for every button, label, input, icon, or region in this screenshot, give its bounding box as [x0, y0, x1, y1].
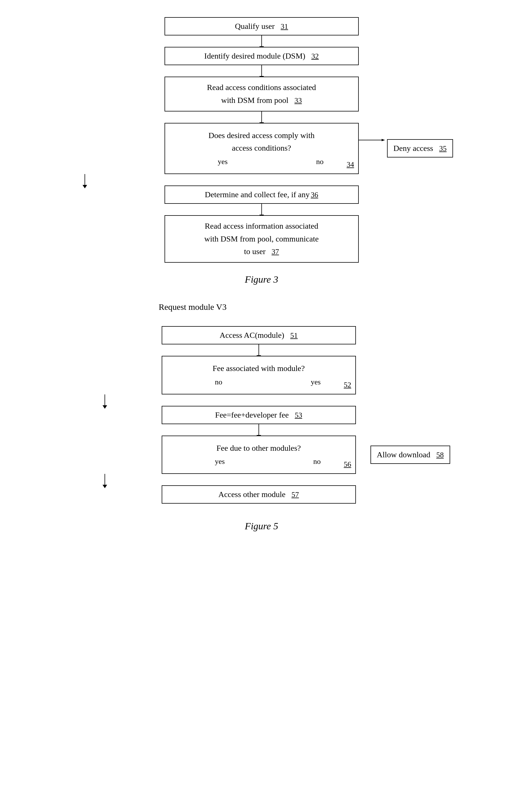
figure5-wrapper: Request module V3 Access AC(module) 51 F… [90, 302, 433, 549]
box-36-text: Determine and collect fee, if any [205, 190, 310, 199]
box-32-ref: 32 [311, 52, 319, 60]
box-58-ref: 58 [436, 451, 444, 459]
decision-34-container: Does desired access comply withaccess co… [164, 123, 359, 174]
box-31-ref: 31 [281, 22, 288, 31]
box-37-text: Read access information associatedwith D… [204, 222, 319, 256]
arrow-51-52 [258, 345, 259, 356]
yn-no-56: no [313, 456, 321, 467]
box-58-text: Allow download [377, 450, 430, 459]
box-34-text: Does desired access comply withaccess co… [209, 131, 315, 153]
box-57-text: Access other module [218, 490, 286, 499]
box-58: Allow download 58 [371, 446, 450, 464]
box-57-ref: 57 [291, 491, 299, 499]
box-36-ref: 36 [311, 191, 318, 199]
box-36: Determine and collect fee, if any36 [164, 186, 359, 204]
box-34: Does desired access comply withaccess co… [164, 123, 359, 174]
box-51: Access AC(module) 51 [162, 326, 356, 345]
loop-arrow-container [145, 326, 146, 481]
box-56: Fee due to other modules? yes no 56 [162, 436, 356, 474]
yn-row-34: yes no [174, 156, 368, 168]
figure3-label: Figure 3 [245, 274, 278, 285]
box-53-ref: 53 [295, 411, 302, 419]
arrow-52-53 [105, 394, 105, 406]
box-35-ref: 35 [439, 144, 447, 153]
fig5-main-col: Access AC(module) 51 Fee associated with… [162, 326, 356, 504]
box-51-text: Access AC(module) [220, 331, 284, 339]
arrow-33-34 [262, 111, 262, 123]
box-32-text: Identify desired module (DSM) [204, 51, 305, 60]
figure5-label: Figure 5 [245, 521, 278, 532]
box-52-text: Fee associated with module? [213, 364, 305, 373]
figure3-wrapper: Qualify user 31 Identify desired module … [105, 17, 419, 302]
box-37: Read access information associatedwith D… [164, 215, 359, 263]
box-34-ref: 34 [347, 159, 354, 171]
svg-marker-1 [382, 139, 385, 141]
box-53-text: Fee=fee+developer fee [215, 410, 289, 419]
arrow-56-57 [105, 474, 105, 485]
box-31-text: Qualify user [235, 22, 274, 31]
box-52-ref: 52 [344, 379, 351, 391]
yn-row-52: no yes [171, 376, 365, 388]
box-37-ref: 37 [272, 248, 279, 256]
arrow-53-56 [258, 424, 259, 436]
yn-yes-34: yes [218, 156, 228, 168]
box-56-text: Fee due to other modules? [217, 444, 301, 453]
yn-yes-52: yes [311, 376, 321, 388]
main-container: Qualify user 31 Identify desired module … [12, 17, 511, 549]
yn-yes-56: yes [215, 456, 225, 467]
arrow-36-37 [262, 204, 262, 215]
arrow-31-32 [262, 35, 262, 47]
box-35-text: Deny access [393, 144, 433, 153]
yn-no-34: no [316, 156, 324, 168]
box-32: Identify desired module (DSM) 32 [164, 47, 359, 65]
yn-no-52: no [215, 376, 222, 388]
fig5-header: Request module V3 [159, 302, 227, 312]
box-51-ref: 51 [290, 331, 297, 339]
yn-row-56: yes no [171, 456, 365, 467]
box-35: Deny access 35 [387, 139, 453, 158]
decision-52-container: Fee associated with module? no yes 52 [162, 356, 356, 394]
decision-56-container: Fee due to other modules? yes no 56 Allo… [162, 436, 356, 474]
box-56-ref: 56 [344, 458, 351, 471]
arrow-32-33 [262, 65, 262, 76]
box-53: Fee=fee+developer fee 53 [162, 406, 356, 424]
box-33: Read access conditions associatedwith DS… [164, 76, 359, 111]
arrow-34-36 [85, 174, 85, 186]
box-57: Access other module 57 [162, 485, 356, 504]
box-31: Qualify user 31 [164, 17, 359, 35]
box-52: Fee associated with module? no yes 52 [162, 356, 356, 394]
box-33-ref: 33 [294, 96, 302, 105]
